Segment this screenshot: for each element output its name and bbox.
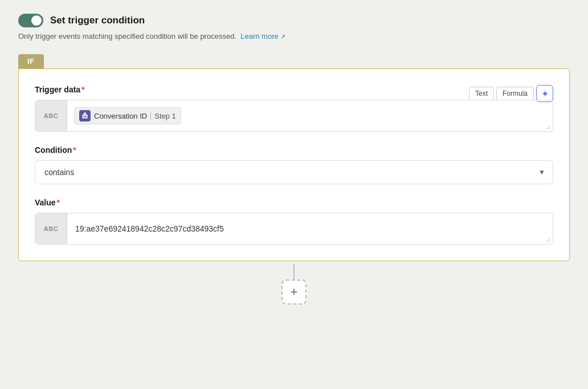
value-text[interactable]: 19:ae37e692418942c28c2c97cd38493cf5 (67, 213, 553, 244)
connector: + (18, 264, 570, 305)
svg-point-6 (84, 112, 85, 113)
conversation-id-tag[interactable]: Conversation ID Step 1 (74, 107, 181, 124)
page-title: Set trigger condition (50, 15, 145, 26)
add-button[interactable]: + (281, 279, 307, 305)
svg-point-3 (85, 116, 87, 117)
value-field[interactable]: ABC 19:ae37e692418942c28c2c97cd38493cf5 … (35, 213, 553, 245)
header-row: Set trigger condition (18, 14, 570, 27)
tag-separator (150, 111, 151, 120)
tag-step: Step 1 (154, 112, 176, 120)
condition-card: Text Formula ✦ Trigger data* ABC (18, 68, 570, 261)
value-resize-handle: ⊿ (546, 237, 550, 243)
conversation-id-label: Conversation ID (94, 112, 147, 120)
subtitle-text: Only trigger events matching specified c… (18, 32, 570, 40)
trigger-data-field[interactable]: ABC Conversation ID Step 1 (35, 100, 553, 132)
if-tab: IF (18, 54, 44, 68)
value-abc-badge: ABC (35, 213, 67, 244)
condition-select[interactable]: contains does not contain equals does no… (35, 160, 553, 184)
robot-icon (79, 110, 91, 121)
trigger-toggle[interactable] (18, 14, 43, 27)
learn-more-link[interactable]: Learn more (240, 32, 285, 40)
trigger-data-abc-badge: ABC (35, 100, 67, 131)
formula-button[interactable]: Formula (496, 87, 534, 100)
text-button[interactable]: Text (469, 87, 494, 100)
svg-rect-4 (84, 118, 85, 119)
value-label: Value* (35, 198, 553, 207)
condition-label: Condition* (35, 145, 553, 155)
svg-point-2 (83, 116, 84, 117)
resize-handle: ⊿ (546, 124, 550, 130)
condition-select-wrapper: contains does not contain equals does no… (35, 160, 553, 184)
trigger-data-tag-area: Conversation ID Step 1 (67, 100, 553, 131)
connector-line (293, 264, 295, 279)
